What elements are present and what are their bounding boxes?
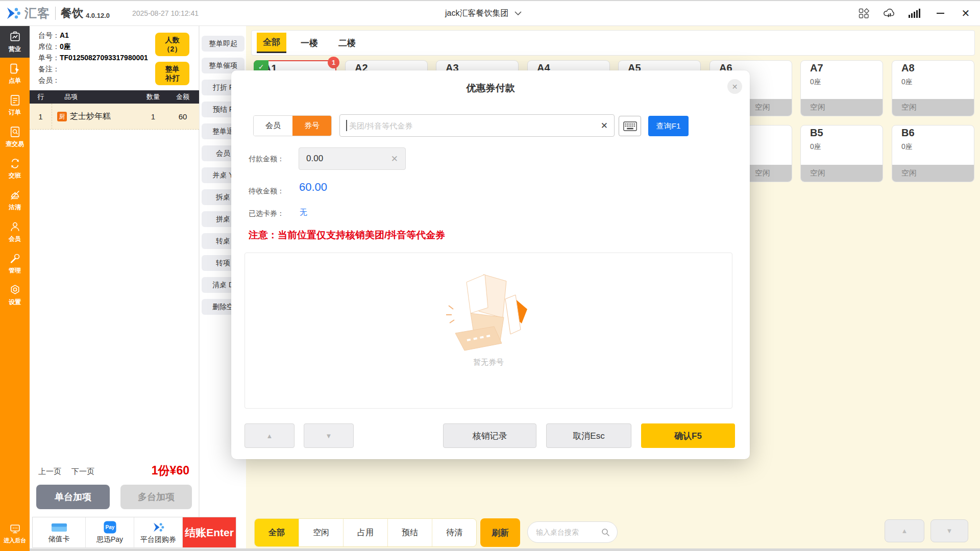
document-icon xyxy=(9,94,21,107)
app-logo-icon xyxy=(5,5,21,21)
tab-coupon-code[interactable]: 券号 xyxy=(292,116,331,136)
arrow-up-icon: ▲ xyxy=(901,527,908,535)
checkout-button[interactable]: 结账Enter xyxy=(183,517,236,547)
pay-amount-input[interactable]: 0.00 ✕ xyxy=(299,147,406,170)
sidebar-item-soldout[interactable]: 沽清 xyxy=(0,184,30,216)
order-item-row[interactable]: 1 厨 芝士炒年糕 1 60 xyxy=(30,104,199,130)
network-signal-icon[interactable] xyxy=(909,7,921,19)
selected-coupons-value[interactable]: 无 xyxy=(300,208,307,217)
order-items-table: 行 品项 数量 金额 1 厨 芝士炒年糕 1 60 xyxy=(30,90,199,130)
clear-amount-icon[interactable]: ✕ xyxy=(391,154,398,164)
cancel-button[interactable]: 取消Esc xyxy=(546,423,631,448)
coupon-scroll-up-button[interactable]: ▲ xyxy=(244,423,295,448)
clear-input-icon[interactable]: ✕ xyxy=(601,120,608,131)
window-controls: ✕ xyxy=(857,1,972,26)
reprint-order-button[interactable]: 整单 补打 xyxy=(155,62,189,85)
sixun-pay-button[interactable]: Pay 思迅Pay xyxy=(86,517,134,547)
refresh-button[interactable]: 刷新 xyxy=(480,518,520,547)
add-single-table-button[interactable]: 单台加项 xyxy=(36,485,110,509)
filter-all[interactable]: 全部 xyxy=(255,519,299,546)
empty-coupon-illustration xyxy=(435,264,542,356)
order-summary: 1份¥60 xyxy=(152,463,189,479)
query-button[interactable]: 查询F1 xyxy=(648,116,689,136)
store-selector[interactable]: jack汇客餐饮集团 xyxy=(445,1,522,26)
dashboard-icon xyxy=(9,31,21,43)
add-multi-table-button[interactable]: 多台加项 xyxy=(120,485,192,509)
sidebar-item-manage[interactable]: 管理 xyxy=(0,247,30,279)
modal-close-icon[interactable]: ✕ xyxy=(727,79,742,94)
platform-groupon-button[interactable]: 平台团购券 xyxy=(134,517,183,547)
item-amount: 60 xyxy=(166,112,199,121)
order-count-badge: 1 xyxy=(328,57,339,68)
coupon-payment-modal: 优惠券付款 ✕ 会员 券号 ✕ 查询F1 付款金额： xyxy=(231,70,750,459)
payment-bar: 储值卡 Pay 思迅Pay 平台团购券 结账Enter xyxy=(32,517,236,548)
filter-free[interactable]: 空闲 xyxy=(299,519,344,546)
item-qty: 1 xyxy=(140,112,166,121)
pay-amount-label: 付款金额： xyxy=(249,155,284,164)
cloud-sync-icon[interactable] xyxy=(883,7,895,19)
close-button[interactable]: ✕ xyxy=(960,7,972,19)
filter-toclear[interactable]: 待清 xyxy=(432,519,476,546)
kitchen-tag: 厨 xyxy=(57,112,67,121)
sidebar-item-members[interactable]: 会员 xyxy=(0,216,30,247)
table-status: 空闲 xyxy=(892,165,974,182)
filter-occupied[interactable]: 占用 xyxy=(344,519,388,546)
table-card-b6[interactable]: B6 0座 空闲 xyxy=(892,125,974,182)
filter-presettle[interactable]: 预结 xyxy=(388,519,432,546)
table-card-a7[interactable]: A7 0座 空闲 xyxy=(800,60,883,116)
next-page-button[interactable]: 下一页 xyxy=(71,467,94,477)
table-card-b5[interactable]: B5 0座 空闲 xyxy=(800,125,883,182)
sidebar: 营业 点单 订单 查交易 xyxy=(0,26,30,551)
table-card-a8[interactable]: A8 0座 空闲 xyxy=(892,60,974,116)
sidebar-item-ordering[interactable]: 点单 xyxy=(0,58,30,89)
minimize-button[interactable] xyxy=(934,7,946,19)
sidebar-item-settings[interactable]: 设置 xyxy=(0,279,30,311)
table-status: 空闲 xyxy=(801,99,883,116)
table-status: 空闲 xyxy=(892,99,974,116)
apps-grid-icon[interactable] xyxy=(857,7,870,19)
sidebar-item-backend[interactable]: 进入后台 xyxy=(0,516,30,550)
tap-order-icon xyxy=(9,62,21,75)
table-search-input[interactable] xyxy=(535,528,598,537)
app-window: 汇客 餐饮 4.0.12.0 2025-08-27 10:12:41 jack汇… xyxy=(0,0,980,551)
floor-tabbar: 全部 一楼 二楼 xyxy=(251,30,975,56)
member-row: 会员： xyxy=(38,76,60,85)
sidebar-item-shift[interactable]: 交班 xyxy=(0,153,30,184)
text-caret xyxy=(346,120,347,131)
due-amount-label: 待收金额： xyxy=(249,187,284,196)
tab-member[interactable]: 会员 xyxy=(254,116,292,136)
floor-tab-second[interactable]: 二楼 xyxy=(332,33,362,53)
floor-tab-first[interactable]: 一楼 xyxy=(295,33,324,53)
modal-title: 优惠券付款 xyxy=(231,82,750,95)
action-whole-order-ready[interactable]: 整单即起 xyxy=(202,36,244,52)
product-name: 餐饮 xyxy=(61,6,83,21)
scroll-down-button[interactable]: ▼ xyxy=(930,519,968,542)
redeem-records-button[interactable]: 核销记录 xyxy=(443,423,536,448)
gear-icon xyxy=(9,284,21,296)
prev-page-button[interactable]: 上一页 xyxy=(38,467,61,477)
arrow-up-icon: ▲ xyxy=(266,432,273,440)
guest-count-button[interactable]: 人数 （2） xyxy=(155,33,189,56)
order-panel: 台号：A1 席位：0座 单号：TF01250827093317980001 备注… xyxy=(30,26,199,517)
sidebar-item-business[interactable]: 营业 xyxy=(0,26,30,58)
sidebar-item-transactions[interactable]: 查交易 xyxy=(0,121,30,153)
virtual-keyboard-button[interactable] xyxy=(619,116,641,136)
order-table-header: 行 品项 数量 金额 xyxy=(30,90,199,104)
scroll-up-button[interactable]: ▲ xyxy=(885,519,924,542)
coupon-scroll-down-button[interactable]: ▼ xyxy=(304,423,354,448)
floor-tab-all[interactable]: 全部 xyxy=(257,33,286,53)
brand-divider xyxy=(55,7,56,20)
pay-icon: Pay xyxy=(104,521,116,534)
remark-row: 备注： xyxy=(38,65,60,74)
stored-card-icon xyxy=(51,521,67,533)
keyboard-icon xyxy=(623,121,637,131)
window-bottom-edge xyxy=(30,548,980,551)
brand-name: 汇客 xyxy=(24,5,50,21)
table-status-filters: 全部 空闲 占用 预结 待清 xyxy=(254,518,477,547)
brand-area: 汇客 餐饮 4.0.12.0 2025-08-27 10:12:41 xyxy=(5,1,199,26)
stored-card-button[interactable]: 储值卡 xyxy=(33,517,86,547)
sidebar-item-orders[interactable]: 订单 xyxy=(0,89,30,121)
coupon-code-input[interactable] xyxy=(348,121,600,131)
app-version: 4.0.12.0 xyxy=(86,12,110,19)
confirm-button[interactable]: 确认F5 xyxy=(641,423,735,448)
